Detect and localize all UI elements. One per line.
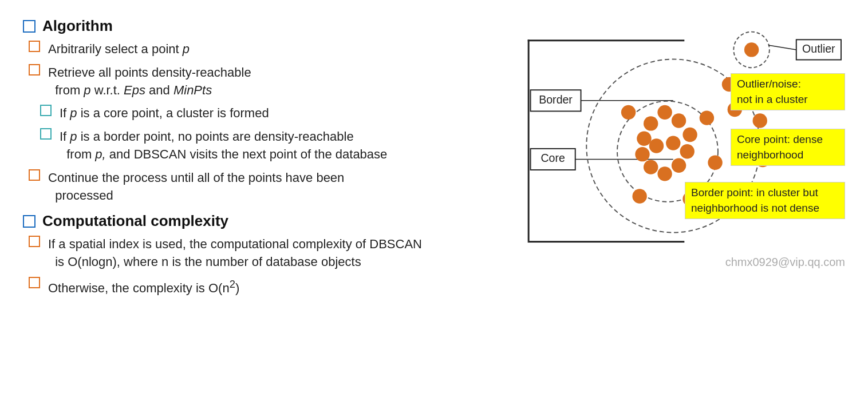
svg-point-25 [700, 110, 714, 125]
sub-item-1: If p is a core point, a cluster is forme… [40, 105, 490, 122]
sub-item-2: If p is a border point, no points are de… [40, 128, 490, 164]
item2-text: Retrieve all points density-reachable fr… [48, 64, 251, 100]
svg-point-27 [632, 189, 646, 203]
svg-point-26 [708, 156, 722, 170]
checkbox-orange-1 [29, 41, 40, 52]
svg-point-24 [621, 105, 636, 120]
checkbox-orange-2 [29, 64, 40, 76]
svg-point-19 [644, 160, 658, 174]
svg-point-22 [649, 138, 664, 153]
svg-point-23 [666, 136, 680, 150]
svg-point-17 [672, 158, 686, 173]
algorithm-title: Algorithm [42, 17, 113, 35]
algorithm-header: Algorithm [23, 17, 490, 35]
complexity-item2-text: Otherwise, the complexity is O(n2) [48, 277, 239, 297]
item5-text: Continue the process until all of the po… [48, 169, 344, 205]
complexity-title: Computational complexity [42, 212, 228, 230]
svg-point-21 [637, 132, 651, 146]
checkbox-teal-1 [40, 105, 52, 116]
complexity-header: Computational complexity [23, 212, 490, 230]
svg-text:Core: Core [540, 152, 565, 164]
sub-item1-text: If p is a core point, a cluster is forme… [60, 105, 269, 122]
outlier-noise-label: Outlier/noise: not in a cluster [731, 73, 845, 110]
complexity-item-1: If a spatial index is used, the computat… [23, 236, 490, 271]
sub-item2-text: If p is a border point, no points are de… [60, 128, 387, 164]
diagram-container: Border Core [490, 23, 845, 269]
item1-text: Arbitrarily select a point p [48, 41, 190, 58]
complexity-item-2: Otherwise, the complexity is O(n2) [23, 277, 490, 297]
svg-point-29 [744, 42, 759, 57]
checkbox-orange-c2 [29, 277, 40, 288]
checkbox-orange-c1 [29, 236, 40, 247]
border-point-label: Border point: in cluster but neighborhoo… [685, 182, 845, 219]
list-item-5: Continue the process until all of the po… [23, 169, 490, 205]
watermark: chmx0929@vip.qq.com [725, 256, 845, 269]
checkbox-orange-5 [29, 169, 40, 181]
svg-point-36 [753, 113, 767, 128]
svg-point-20 [635, 147, 649, 161]
list-item-1: Arbitrarily select a point p [23, 41, 490, 58]
diagram-panel: Border Core [490, 23, 845, 269]
svg-rect-1 [528, 39, 685, 41]
complexity-item1-text: If a spatial index is used, the computat… [48, 236, 422, 271]
svg-point-13 [657, 105, 672, 120]
svg-point-12 [644, 116, 658, 130]
complexity-checkbox [23, 215, 35, 228]
svg-rect-0 [528, 39, 530, 241]
svg-point-18 [657, 166, 672, 181]
svg-text:Border: Border [539, 93, 573, 106]
list-item-2: Retrieve all points density-reachable fr… [23, 64, 490, 100]
checkbox-teal-2 [40, 128, 52, 140]
svg-point-14 [672, 113, 686, 128]
svg-rect-2 [528, 241, 685, 243]
svg-point-15 [682, 128, 697, 142]
svg-text:Outlier: Outlier [802, 42, 835, 55]
svg-point-16 [680, 144, 695, 158]
algorithm-checkbox [23, 20, 35, 33]
core-point-label: Core point: dense neighborhood [731, 129, 845, 166]
svg-line-31 [768, 45, 796, 50]
